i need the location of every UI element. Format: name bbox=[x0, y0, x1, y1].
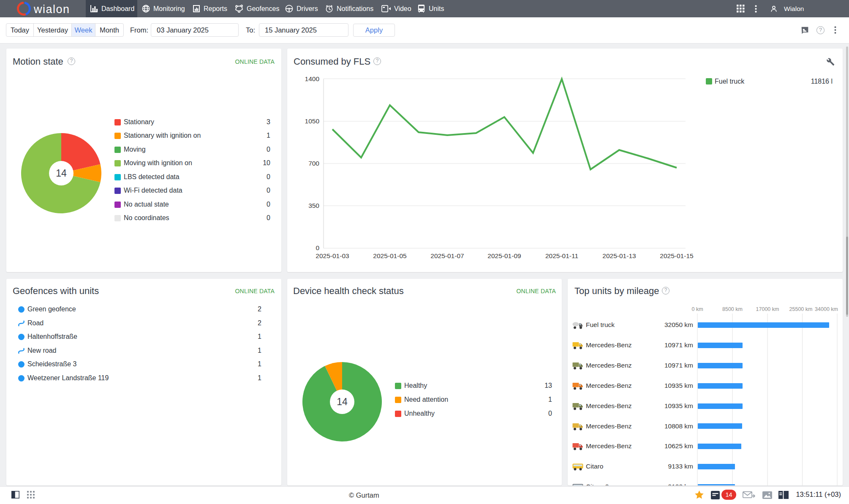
svg-text:2025-01-09: 2025-01-09 bbox=[487, 252, 521, 259]
svg-text:350: 350 bbox=[308, 202, 319, 209]
svg-text:2025-01-13: 2025-01-13 bbox=[602, 252, 636, 259]
svg-text:1400: 1400 bbox=[305, 75, 320, 82]
svg-text:0 km: 0 km bbox=[691, 306, 703, 312]
svg-text:1050: 1050 bbox=[305, 117, 320, 125]
svg-text:2025-01-03: 2025-01-03 bbox=[316, 252, 349, 259]
svg-text:2025-01-11: 2025-01-11 bbox=[545, 252, 578, 259]
svg-text:2025-01-15: 2025-01-15 bbox=[660, 252, 693, 259]
svg-text:25500 km: 25500 km bbox=[789, 306, 813, 312]
svg-text:17000 km: 17000 km bbox=[756, 306, 779, 312]
svg-text:2025-01-07: 2025-01-07 bbox=[430, 252, 464, 259]
svg-text:700: 700 bbox=[308, 160, 319, 167]
svg-text:2025-01-05: 2025-01-05 bbox=[373, 252, 406, 259]
svg-text:14: 14 bbox=[56, 168, 67, 179]
svg-text:8500 km: 8500 km bbox=[722, 306, 743, 312]
svg-text:14: 14 bbox=[337, 396, 348, 407]
svg-text:34000 km: 34000 km bbox=[815, 306, 838, 312]
svg-text:0: 0 bbox=[316, 244, 319, 251]
